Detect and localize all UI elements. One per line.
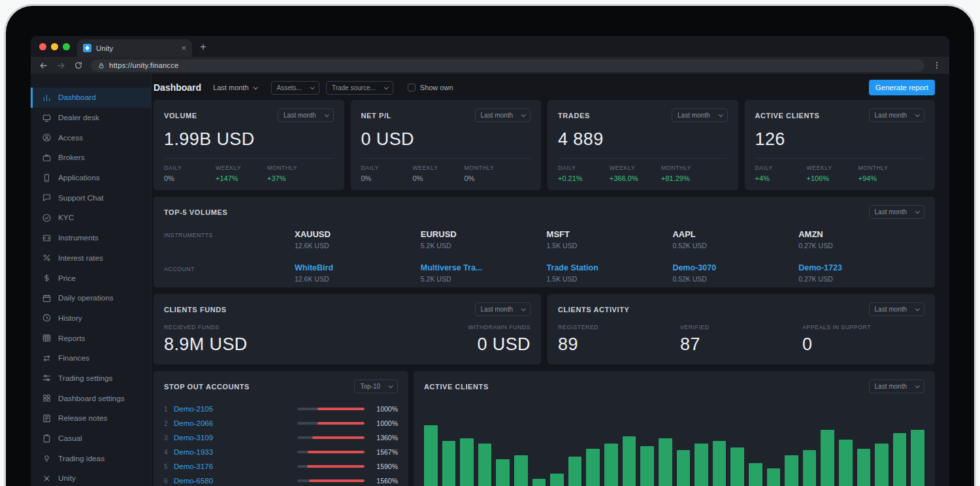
instruments-row-label: INSTRUMENTTS (164, 229, 295, 238)
period-select[interactable]: Last month (672, 108, 727, 122)
top5-instrument-cell: AMZN0.27K USD (798, 229, 924, 250)
stop-out-row: 6Demo-65801560% (164, 474, 398, 486)
account-link[interactable]: Trade Station (547, 263, 673, 272)
account-link[interactable]: WhiteBird (295, 263, 421, 272)
chart-bar (478, 444, 492, 486)
period-select[interactable]: Last month (869, 302, 924, 316)
sidebar-item-applications[interactable]: Applications (31, 168, 151, 188)
instrument-volume: 0.52K USD (672, 242, 798, 250)
breakdown-value: 0% (361, 174, 413, 182)
stop-out-percent: 1000% (370, 405, 398, 413)
stop-out-rank: 2 (164, 420, 174, 427)
sidebar-item-casual[interactable]: Casual (31, 429, 151, 449)
activity-metric-verified: VERIFIED87 (680, 324, 802, 355)
sidebar-item-release-notes[interactable]: Release notes (31, 408, 151, 429)
check-circle-icon (42, 213, 52, 223)
sidebar-item-trading-settings[interactable]: Trading settings (31, 368, 151, 389)
new-tab-button[interactable]: + (200, 41, 206, 52)
tab-close-icon[interactable]: × (181, 43, 186, 53)
sidebar-item-label: Price (58, 274, 76, 283)
chart-bar (857, 449, 871, 486)
chart-bar (460, 438, 474, 486)
top5-instrument-cell: MSFT1.5K USD (547, 229, 673, 250)
stop-out-card: STOP OUT ACCOUNTS Top-10 1Demo-21051000%… (154, 371, 408, 486)
sidebar-item-support-chat[interactable]: Support Chat (31, 187, 151, 208)
history-icon (42, 313, 52, 323)
chart-bar (893, 433, 907, 486)
sidebar-item-label: Finances (58, 353, 90, 363)
sidebar-item-interest-rates[interactable]: Interest rates (31, 248, 151, 268)
metric-label: REGISTERED (558, 324, 680, 331)
stop-out-bar (297, 479, 365, 482)
window-minimize-button[interactable] (51, 43, 58, 50)
header-period-filter[interactable]: Last month (213, 84, 256, 91)
forward-button[interactable] (56, 61, 66, 71)
sidebar-item-history[interactable]: History (31, 308, 151, 329)
sidebar-item-dashboard-settings[interactable]: Dashboard settings (31, 388, 151, 408)
period-select[interactable]: Last month (869, 108, 924, 122)
top10-select[interactable]: Top-10 (354, 380, 398, 393)
account-link[interactable]: Demo-3109 (174, 434, 213, 442)
stop-out-percent: 1000% (370, 419, 398, 427)
stop-out-rank: 3 (164, 434, 174, 442)
stop-out-row: 3Demo-31091360% (164, 430, 398, 445)
stat-card-net-p-l: NET P/LLast month0 USDDAILY0%WEEKLY0%MON… (351, 100, 542, 190)
sidebar-item-finances[interactable]: Finances (31, 348, 151, 368)
breakdown-value: +81.29% (661, 174, 713, 182)
activity-metric-registered: REGISTERED89 (558, 324, 680, 355)
address-bar[interactable]: https://unity.financce (91, 59, 924, 72)
browser-tab[interactable]: Unity × (77, 39, 192, 57)
sidebar-item-trading-ideas[interactable]: Trading ideas (31, 448, 151, 468)
sidebar-item-dealer-desk[interactable]: Dealer desk (31, 108, 151, 128)
chart-bars-icon (42, 93, 52, 103)
notes-icon (42, 413, 52, 423)
window-close-button[interactable] (39, 43, 46, 50)
stop-out-percent: 1360% (370, 434, 398, 442)
account-link[interactable]: Demo-3176 (174, 462, 213, 470)
window-zoom-button[interactable] (63, 43, 70, 50)
browser-menu-button[interactable] (932, 61, 941, 70)
account-link[interactable]: Demo-2066 (174, 419, 213, 427)
page-header: Dashboard Last month Assets... Trade sou… (154, 79, 935, 96)
back-button[interactable] (39, 61, 48, 71)
clients-activity-card: CLIENTS ACTIVITY Last month REGISTERED89… (547, 294, 935, 364)
metric-value: 0 (802, 334, 924, 355)
period-select[interactable]: Last month (869, 205, 924, 219)
chart-bar (694, 444, 708, 486)
account-link[interactable]: Demo-1723 (798, 263, 924, 272)
sidebar-item-price[interactable]: Price (31, 268, 151, 288)
sidebar-item-unity[interactable]: Unity (31, 468, 151, 486)
sidebar-item-kyc[interactable]: KYC (31, 208, 151, 228)
card-title: ACTIVE CLIENTS (755, 112, 820, 120)
sidebar-item-brokers[interactable]: Brokers (31, 148, 151, 168)
account-link[interactable]: Demo-6580 (174, 477, 213, 485)
account-volume: 0.52K USD (672, 275, 798, 283)
instrument-volume: 5.2K USD (421, 242, 547, 250)
sidebar-item-daily-operations[interactable]: Daily operations (31, 288, 151, 308)
chart-bar (803, 450, 817, 486)
trade-source-filter[interactable]: Trade source... (326, 81, 393, 95)
show-own-checkbox[interactable] (408, 84, 416, 91)
account-link[interactable]: Demo-1933 (174, 448, 213, 456)
period-select[interactable]: Last month (869, 380, 924, 393)
sidebar-item-instruments[interactable]: Instruments (31, 228, 151, 248)
stop-out-bar (297, 451, 365, 453)
instrument-volume: 1.5K USD (547, 242, 673, 250)
account-link[interactable]: Demo-2105 (174, 405, 213, 413)
period-select[interactable]: Last month (278, 108, 333, 122)
breakdown-value: 0% (413, 174, 465, 182)
middle-cards-row: CLIENTS FUNDS Last month RECIEVED FUNDS … (154, 294, 935, 364)
sidebar-item-reports[interactable]: Reports (31, 328, 151, 348)
period-select[interactable]: Last month (475, 302, 531, 316)
refresh-button[interactable] (74, 61, 83, 70)
generate-report-button[interactable]: Generate report (869, 80, 935, 95)
account-link[interactable]: Multiverse Tra... (421, 263, 547, 272)
sidebar-item-access[interactable]: Access (31, 127, 151, 148)
chart-bar (496, 459, 510, 486)
period-select[interactable]: Last month (475, 108, 531, 122)
chevron-down-icon (521, 112, 526, 117)
browser-toolbar: https://unity.financce (31, 57, 949, 74)
account-link[interactable]: Demo-3070 (672, 263, 798, 272)
assets-filter[interactable]: Assets... (271, 81, 319, 95)
sidebar-item-dashboard[interactable]: Dashboard (31, 88, 151, 108)
